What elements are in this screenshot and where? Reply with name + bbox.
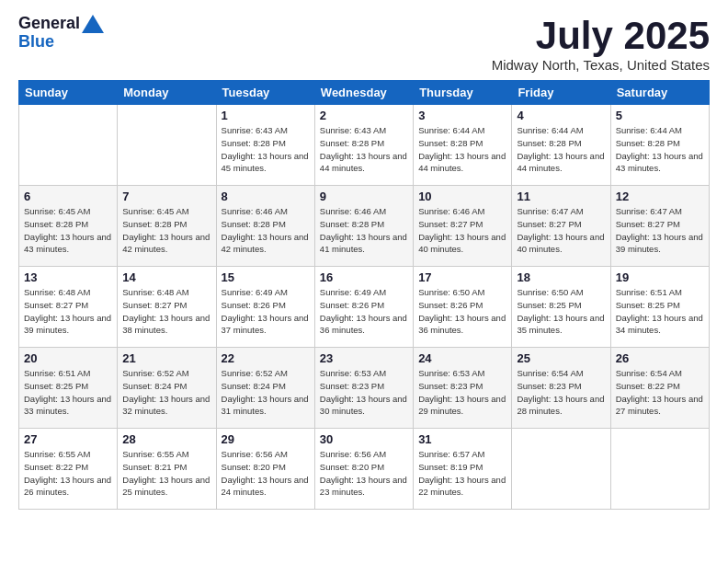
day-number: 20 [24, 351, 112, 365]
day-number: 17 [418, 270, 506, 284]
day-number: 16 [320, 270, 408, 284]
day-info: Sunrise: 6:50 AM Sunset: 8:25 PM Dayligh… [517, 286, 605, 337]
calendar-cell: 26Sunrise: 6:54 AM Sunset: 8:22 PM Dayli… [610, 348, 709, 429]
calendar-cell: 27Sunrise: 6:55 AM Sunset: 8:22 PM Dayli… [19, 429, 118, 510]
svg-marker-0 [82, 15, 104, 33]
day-number: 5 [616, 109, 704, 122]
day-number: 23 [320, 351, 408, 365]
day-number: 13 [24, 270, 112, 284]
day-number: 8 [222, 190, 310, 203]
calendar-cell: 10Sunrise: 6:46 AM Sunset: 8:27 PM Dayli… [414, 186, 512, 267]
calendar-cell: 1Sunrise: 6:43 AM Sunset: 8:28 PM Daylig… [216, 105, 314, 186]
day-number: 30 [320, 432, 408, 446]
dow-header: Monday [118, 81, 216, 105]
day-info: Sunrise: 6:49 AM Sunset: 8:26 PM Dayligh… [320, 286, 408, 337]
calendar-cell: 7Sunrise: 6:45 AM Sunset: 8:28 PM Daylig… [118, 186, 216, 267]
day-number: 29 [222, 432, 310, 446]
day-number: 26 [616, 351, 704, 365]
days-of-week-row: SundayMondayTuesdayWednesdayThursdayFrid… [19, 81, 710, 105]
calendar-cell [610, 429, 709, 510]
day-number: 2 [320, 109, 408, 122]
day-info: Sunrise: 6:55 AM Sunset: 8:22 PM Dayligh… [24, 448, 112, 499]
day-number: 22 [222, 351, 310, 365]
day-info: Sunrise: 6:53 AM Sunset: 8:23 PM Dayligh… [418, 367, 506, 418]
day-info: Sunrise: 6:54 AM Sunset: 8:22 PM Dayligh… [616, 367, 704, 418]
calendar-cell: 16Sunrise: 6:49 AM Sunset: 8:26 PM Dayli… [314, 267, 413, 348]
logo: General Blue [18, 15, 104, 52]
day-info: Sunrise: 6:45 AM Sunset: 8:28 PM Dayligh… [24, 205, 112, 256]
calendar-cell: 25Sunrise: 6:54 AM Sunset: 8:23 PM Dayli… [512, 348, 610, 429]
calendar-cell: 11Sunrise: 6:47 AM Sunset: 8:27 PM Dayli… [512, 186, 610, 267]
day-info: Sunrise: 6:52 AM Sunset: 8:24 PM Dayligh… [122, 367, 210, 418]
day-number: 18 [517, 270, 605, 284]
day-number: 4 [517, 109, 605, 122]
day-number: 21 [122, 351, 210, 365]
day-info: Sunrise: 6:48 AM Sunset: 8:27 PM Dayligh… [24, 286, 112, 337]
calendar-week-row: 20Sunrise: 6:51 AM Sunset: 8:25 PM Dayli… [19, 348, 710, 429]
calendar-cell: 23Sunrise: 6:53 AM Sunset: 8:23 PM Dayli… [314, 348, 413, 429]
day-info: Sunrise: 6:52 AM Sunset: 8:24 PM Dayligh… [222, 367, 310, 418]
dow-header: Sunday [19, 81, 118, 105]
day-number: 10 [418, 190, 506, 203]
day-info: Sunrise: 6:47 AM Sunset: 8:27 PM Dayligh… [517, 205, 605, 256]
calendar-cell: 6Sunrise: 6:45 AM Sunset: 8:28 PM Daylig… [19, 186, 118, 267]
day-info: Sunrise: 6:44 AM Sunset: 8:28 PM Dayligh… [616, 124, 704, 175]
dow-header: Thursday [414, 81, 512, 105]
day-number: 1 [222, 109, 310, 122]
day-number: 28 [122, 432, 210, 446]
calendar-cell: 18Sunrise: 6:50 AM Sunset: 8:25 PM Dayli… [512, 267, 610, 348]
day-number: 24 [418, 351, 506, 365]
calendar-cell: 12Sunrise: 6:47 AM Sunset: 8:27 PM Dayli… [610, 186, 709, 267]
day-info: Sunrise: 6:46 AM Sunset: 8:28 PM Dayligh… [320, 205, 408, 256]
calendar-cell: 31Sunrise: 6:57 AM Sunset: 8:19 PM Dayli… [414, 429, 512, 510]
calendar-body: 1Sunrise: 6:43 AM Sunset: 8:28 PM Daylig… [19, 105, 710, 510]
day-info: Sunrise: 6:55 AM Sunset: 8:21 PM Dayligh… [122, 448, 210, 499]
day-number: 25 [517, 351, 605, 365]
calendar-week-row: 27Sunrise: 6:55 AM Sunset: 8:22 PM Dayli… [19, 429, 710, 510]
calendar-week-row: 13Sunrise: 6:48 AM Sunset: 8:27 PM Dayli… [19, 267, 710, 348]
month-title: July 2025 [492, 15, 710, 57]
calendar-cell [512, 429, 610, 510]
calendar-cell: 30Sunrise: 6:56 AM Sunset: 8:20 PM Dayli… [314, 429, 413, 510]
day-info: Sunrise: 6:57 AM Sunset: 8:19 PM Dayligh… [418, 448, 506, 499]
calendar-cell [19, 105, 118, 186]
calendar-cell: 17Sunrise: 6:50 AM Sunset: 8:26 PM Dayli… [414, 267, 512, 348]
day-number: 12 [616, 190, 704, 203]
dow-header: Friday [512, 81, 610, 105]
calendar-week-row: 1Sunrise: 6:43 AM Sunset: 8:28 PM Daylig… [19, 105, 710, 186]
day-number: 9 [320, 190, 408, 203]
calendar-cell: 13Sunrise: 6:48 AM Sunset: 8:27 PM Dayli… [19, 267, 118, 348]
calendar-cell: 29Sunrise: 6:56 AM Sunset: 8:20 PM Dayli… [216, 429, 314, 510]
day-info: Sunrise: 6:48 AM Sunset: 8:27 PM Dayligh… [122, 286, 210, 337]
day-number: 31 [418, 432, 506, 446]
day-number: 7 [122, 190, 210, 203]
day-info: Sunrise: 6:43 AM Sunset: 8:28 PM Dayligh… [222, 124, 310, 175]
day-info: Sunrise: 6:44 AM Sunset: 8:28 PM Dayligh… [517, 124, 605, 175]
calendar-cell: 22Sunrise: 6:52 AM Sunset: 8:24 PM Dayli… [216, 348, 314, 429]
calendar-cell: 20Sunrise: 6:51 AM Sunset: 8:25 PM Dayli… [19, 348, 118, 429]
day-info: Sunrise: 6:54 AM Sunset: 8:23 PM Dayligh… [517, 367, 605, 418]
calendar-cell: 19Sunrise: 6:51 AM Sunset: 8:25 PM Dayli… [610, 267, 709, 348]
day-number: 19 [616, 270, 704, 284]
day-info: Sunrise: 6:50 AM Sunset: 8:26 PM Dayligh… [418, 286, 506, 337]
calendar-cell: 21Sunrise: 6:52 AM Sunset: 8:24 PM Dayli… [118, 348, 216, 429]
day-number: 15 [222, 270, 310, 284]
day-info: Sunrise: 6:53 AM Sunset: 8:23 PM Dayligh… [320, 367, 408, 418]
calendar-cell: 28Sunrise: 6:55 AM Sunset: 8:21 PM Dayli… [118, 429, 216, 510]
calendar-cell: 3Sunrise: 6:44 AM Sunset: 8:28 PM Daylig… [414, 105, 512, 186]
calendar-week-row: 6Sunrise: 6:45 AM Sunset: 8:28 PM Daylig… [19, 186, 710, 267]
day-number: 3 [418, 109, 506, 122]
logo-icon [82, 15, 104, 33]
calendar-cell: 2Sunrise: 6:43 AM Sunset: 8:28 PM Daylig… [314, 105, 413, 186]
dow-header: Wednesday [314, 81, 413, 105]
day-number: 6 [24, 190, 112, 203]
day-number: 27 [24, 432, 112, 446]
dow-header: Tuesday [216, 81, 314, 105]
day-info: Sunrise: 6:47 AM Sunset: 8:27 PM Dayligh… [616, 205, 704, 256]
logo-general: General [18, 14, 80, 32]
day-info: Sunrise: 6:51 AM Sunset: 8:25 PM Dayligh… [24, 367, 112, 418]
calendar-cell: 5Sunrise: 6:44 AM Sunset: 8:28 PM Daylig… [610, 105, 709, 186]
calendar-cell: 14Sunrise: 6:48 AM Sunset: 8:27 PM Dayli… [118, 267, 216, 348]
logo-blue: Blue [18, 32, 54, 51]
day-number: 14 [122, 270, 210, 284]
